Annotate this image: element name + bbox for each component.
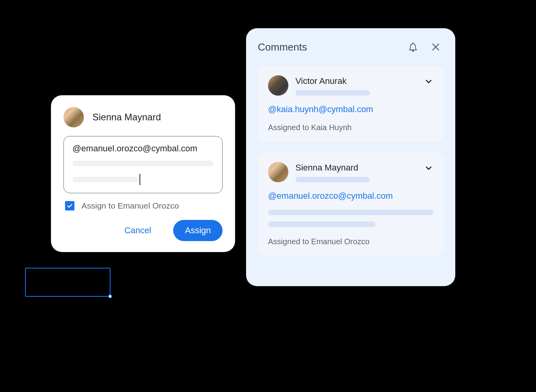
comment-meta-placeholder — [295, 177, 370, 182]
comment-meta-placeholder — [295, 90, 370, 96]
comment-author-name: Sienna Maynard — [295, 163, 433, 173]
assign-button[interactable]: Assign — [173, 220, 223, 241]
assign-checkbox-row[interactable]: Assign to Emanuel Orozco — [63, 201, 223, 211]
comment-card-header: Victor Anurak — [268, 75, 433, 96]
comment-mention-link[interactable]: @emanuel.orozco@cymbal.com — [268, 191, 433, 201]
close-icon[interactable] — [428, 39, 444, 55]
comment-card-header: Sienna Maynard — [268, 162, 433, 182]
dialog-actions: Cancel Assign — [63, 220, 223, 241]
comments-panel: Comments Victor Anurak @kaia.huynh@cymba… — [246, 28, 455, 286]
chevron-down-icon[interactable] — [424, 163, 433, 174]
selection-handle[interactable] — [108, 294, 112, 298]
selection-outline — [25, 268, 110, 297]
comment-body-placeholder — [268, 221, 375, 227]
dialog-header: Sienna Maynard — [63, 107, 223, 127]
comment-assigned-text: Assigned to Emanuel Orozco — [268, 237, 433, 246]
dialog-author-name: Sienna Maynard — [92, 112, 161, 123]
avatar — [268, 162, 288, 182]
avatar — [63, 107, 84, 127]
comment-assigned-text: Assigned to Kaia Huynh — [268, 123, 433, 132]
checkbox-checked-icon[interactable] — [65, 201, 74, 211]
comment-mention-link[interactable]: @kaia.huynh@cymbal.com — [268, 104, 433, 114]
new-comment-dialog: Sienna Maynard @emanuel.orozco@cymbal.co… — [51, 95, 235, 252]
text-cursor — [139, 174, 140, 185]
chevron-down-icon[interactable] — [424, 77, 433, 88]
comment-mention-text: @emanuel.orozco@cymbal.com — [72, 143, 214, 154]
comment-card[interactable]: Sienna Maynard @emanuel.orozco@cymbal.co… — [258, 152, 444, 256]
comment-card[interactable]: Victor Anurak @kaia.huynh@cymbal.com Ass… — [258, 66, 444, 142]
cancel-button[interactable]: Cancel — [112, 220, 163, 241]
comments-panel-title: Comments — [258, 41, 405, 53]
comment-body-placeholder — [268, 210, 433, 215]
comment-input[interactable]: @emanuel.orozco@cymbal.com — [63, 136, 223, 193]
comments-panel-header: Comments — [258, 39, 444, 55]
assign-checkbox-label: Assign to Emanuel Orozco — [81, 201, 179, 211]
comment-author-name: Victor Anurak — [295, 76, 433, 86]
avatar — [268, 75, 288, 96]
placeholder-line — [72, 177, 139, 182]
notifications-icon[interactable] — [405, 39, 421, 55]
placeholder-line — [72, 161, 214, 166]
